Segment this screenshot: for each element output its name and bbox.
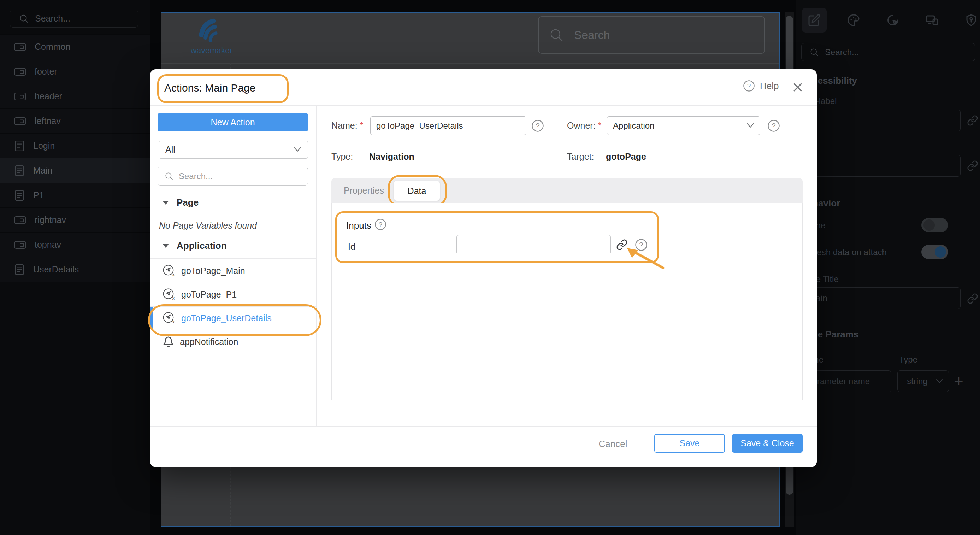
- close-button[interactable]: [790, 80, 805, 95]
- action-item-appnotification[interactable]: appNotification: [150, 330, 316, 354]
- properties-search[interactable]: [801, 43, 975, 61]
- sidebar-item-login[interactable]: Login: [0, 133, 150, 158]
- sidebar-item-leftnav[interactable]: leftnav: [0, 108, 150, 133]
- aria-label-field[interactable]: [801, 110, 961, 131]
- action-name-input[interactable]: [370, 116, 527, 135]
- tab-markup-edit[interactable]: [802, 8, 827, 32]
- sidebar-item-header[interactable]: header: [0, 84, 150, 108]
- partial-icon: [14, 42, 26, 52]
- page-section-header[interactable]: Page: [162, 197, 199, 208]
- sidebar-item-footer[interactable]: footer: [0, 59, 150, 84]
- action-item-gotopage-p1[interactable]: goToPage_P1: [150, 283, 316, 306]
- help-circle-icon[interactable]: [531, 119, 544, 132]
- canvas-search-widget[interactable]: Search: [538, 16, 765, 54]
- sidebar-item-label: rightnav: [35, 215, 66, 225]
- tab-interactions[interactable]: [880, 8, 905, 32]
- page-title-field[interactable]: Main: [801, 287, 961, 309]
- application-section-label: Application: [177, 240, 227, 251]
- cache-toggle[interactable]: [921, 218, 948, 232]
- help-circle-icon[interactable]: [635, 239, 648, 251]
- partial-icon: [14, 116, 26, 126]
- application-section-header[interactable]: Application: [162, 240, 227, 251]
- sidebar-item-label: footer: [35, 67, 57, 77]
- owner-select[interactable]: Application: [607, 116, 760, 135]
- page-icon: [14, 140, 25, 151]
- sidebar-item-label: Common: [35, 42, 70, 52]
- partial-icon: [14, 92, 26, 101]
- search-icon: [19, 13, 29, 24]
- required-marker: *: [598, 121, 601, 131]
- refresh-data-toggle[interactable]: [921, 245, 948, 259]
- tab-data[interactable]: Data: [394, 181, 440, 201]
- help-label: Help: [760, 81, 779, 92]
- caret-down-icon: [162, 201, 169, 205]
- search-icon: [164, 171, 174, 181]
- name-label: Name: *: [331, 121, 363, 131]
- hint-field[interactable]: [801, 155, 961, 177]
- action-item-gotopage-main[interactable]: goToPage_Main: [150, 259, 316, 283]
- partial-icon: [14, 67, 26, 76]
- list-divider: [150, 354, 316, 354]
- bind-link-icon[interactable]: [616, 239, 628, 250]
- pages-list: Common footer header leftnav Login Main …: [0, 34, 150, 282]
- action-filter-select[interactable]: All: [159, 141, 308, 159]
- sidebar-item-rightnav[interactable]: rightnav: [0, 207, 150, 232]
- param-type-value: string: [907, 376, 928, 386]
- type-label: Type:: [331, 151, 353, 162]
- tab-properties[interactable]: Properties: [344, 178, 384, 203]
- sidebar-item-label: P1: [33, 190, 44, 201]
- properties-search-input[interactable]: [825, 47, 959, 57]
- action-item-gotopage-userdetails[interactable]: goToPage_UserDetails: [150, 306, 316, 330]
- wavemaker-wave-icon: [197, 18, 223, 45]
- detail-tabbar: Properties Data: [331, 178, 803, 203]
- inputs-title: Inputs: [346, 220, 371, 231]
- id-input[interactable]: [457, 235, 611, 255]
- sidebar-item-common[interactable]: Common: [0, 34, 150, 59]
- sidebar-item-userdetails[interactable]: UserDetails: [0, 257, 150, 282]
- help-circle-icon[interactable]: [767, 119, 780, 132]
- param-type-select[interactable]: string: [897, 370, 949, 392]
- tab-security[interactable]: [959, 8, 980, 32]
- wavemaker-logo-label: wavemaker: [191, 46, 230, 56]
- partial-icon: [14, 240, 26, 250]
- param-type-header: Type: [899, 355, 918, 365]
- chevron-down-icon: [936, 379, 943, 384]
- tab-styles[interactable]: [841, 8, 866, 32]
- help-circle-icon[interactable]: [374, 218, 387, 230]
- bind-link-icon[interactable]: [967, 160, 978, 171]
- save-button[interactable]: Save: [654, 434, 725, 453]
- action-search-input[interactable]: [179, 171, 295, 181]
- properties-panel: Accessibility Aria-label Hint Behavior C…: [796, 0, 980, 535]
- list-divider: [150, 215, 316, 216]
- selected-item-indicator: [150, 307, 153, 329]
- caret-down-icon: [162, 244, 169, 248]
- cancel-button[interactable]: Cancel: [592, 435, 634, 452]
- close-icon: [792, 81, 804, 93]
- add-param-button[interactable]: +: [954, 371, 963, 390]
- bind-link-icon[interactable]: [967, 115, 978, 126]
- header-divider: [150, 105, 817, 106]
- sidebar-item-label: topnav: [35, 240, 61, 250]
- page-section-label: Page: [177, 197, 199, 208]
- help-button[interactable]: Help: [743, 80, 779, 92]
- sidebar-item-label: UserDetails: [33, 264, 79, 275]
- bind-link-icon[interactable]: [967, 293, 978, 304]
- inputs-group: Inputs Id: [335, 211, 659, 263]
- canvas-header-divider: [161, 63, 780, 64]
- required-marker: *: [360, 121, 364, 131]
- devices-icon: [926, 14, 938, 27]
- tab-devices[interactable]: [920, 8, 944, 32]
- page-icon: [14, 190, 25, 201]
- help-circle-icon: [743, 80, 755, 92]
- new-action-button[interactable]: New Action: [158, 113, 308, 131]
- sidebar-search[interactable]: [10, 10, 138, 27]
- action-search[interactable]: [158, 167, 308, 186]
- save-and-close-button[interactable]: Save & Close: [732, 434, 803, 453]
- action-item-label: goToPage_UserDetails: [181, 313, 272, 323]
- sidebar-search-input[interactable]: [35, 13, 127, 24]
- sidebar-item-topnav[interactable]: topnav: [0, 232, 150, 257]
- dialog-title: Actions: Main Page: [164, 82, 255, 94]
- sidebar-item-main[interactable]: Main: [0, 158, 150, 183]
- sidebar-item-p1[interactable]: P1: [0, 183, 150, 207]
- search-icon: [549, 27, 564, 43]
